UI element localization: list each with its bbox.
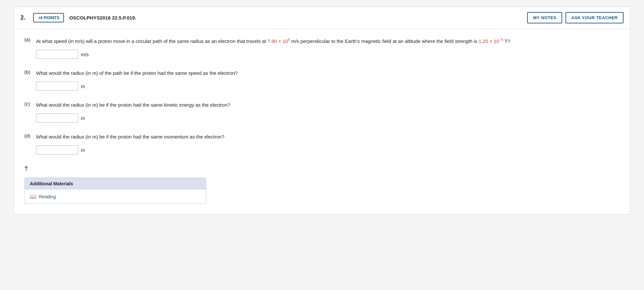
part-b-letter: (b) xyxy=(24,69,32,75)
part-a: (a) At what speed (in m/s) will a proton… xyxy=(24,37,620,59)
part-c-text: What would the radius (in m) be if the p… xyxy=(36,101,230,109)
part-a-label: (a) At what speed (in m/s) will a proton… xyxy=(24,37,620,45)
part-b-input[interactable] xyxy=(36,82,78,91)
question-header: 2. -/4 POINTS OSCOLPHYS2016 22.5.P.019. … xyxy=(14,7,630,29)
my-notes-button[interactable]: MY NOTES xyxy=(527,12,562,23)
part-a-text: At what speed (in m/s) will a proton mov… xyxy=(36,37,510,45)
part-d: (d) What would the radius (in m) be if t… xyxy=(24,133,620,154)
part-d-text: What would the radius (in m) be if the p… xyxy=(36,133,224,141)
additional-materials-header: Additional Materials xyxy=(25,178,206,190)
part-c-input[interactable] xyxy=(36,113,78,123)
part-a-letter: (a) xyxy=(24,37,32,42)
part-c-unit: m xyxy=(81,115,85,121)
part-b-answer-row: m xyxy=(36,82,620,91)
header-buttons: MY NOTES ASK YOUR TEACHER xyxy=(527,12,624,23)
part-c-answer-row: m xyxy=(36,113,620,123)
part-c-label: (c) What would the radius (in m) be if t… xyxy=(24,101,620,109)
part-d-answer-row: m xyxy=(36,145,620,154)
part-b-unit: m xyxy=(81,84,85,89)
value-speed: 7.90 × 106 xyxy=(267,38,290,44)
value-field-strength: 1.25 × 10−5 xyxy=(479,38,503,44)
part-c-letter: (c) xyxy=(24,101,32,107)
reading-label: Reading xyxy=(39,194,56,199)
part-a-unit: m/s xyxy=(81,52,89,57)
part-d-unit: m xyxy=(81,147,85,153)
part-c: (c) What would the radius (in m) be if t… xyxy=(24,101,620,123)
part-d-input[interactable] xyxy=(36,145,78,154)
part-a-answer-row: m/s xyxy=(36,50,620,59)
problem-id: OSCOLPHYS2016 22.5.P.019. xyxy=(69,15,522,20)
ask-teacher-button[interactable]: ASK YOUR TEACHER xyxy=(565,12,624,23)
question-container: 2. -/4 POINTS OSCOLPHYS2016 22.5.P.019. … xyxy=(14,7,630,215)
part-a-input[interactable] xyxy=(36,50,78,59)
additional-materials-box: Additional Materials 📖 Reading xyxy=(24,178,206,204)
part-d-letter: (d) xyxy=(24,133,32,138)
part-b: (b) What would the radius (in m) of the … xyxy=(24,69,620,91)
footnote-symbol: † xyxy=(24,165,620,172)
points-badge: -/4 POINTS xyxy=(33,13,64,22)
book-icon: 📖 xyxy=(30,193,36,200)
content-area: (a) At what speed (in m/s) will a proton… xyxy=(14,29,630,214)
part-b-label: (b) What would the radius (in m) of the … xyxy=(24,69,620,77)
part-d-label: (d) What would the radius (in m) be if t… xyxy=(24,133,620,141)
reading-link[interactable]: 📖 Reading xyxy=(30,193,201,200)
part-b-text: What would the radius (in m) of the path… xyxy=(36,69,238,77)
additional-materials-body: 📖 Reading xyxy=(25,190,206,204)
question-number: 2. xyxy=(20,14,25,21)
